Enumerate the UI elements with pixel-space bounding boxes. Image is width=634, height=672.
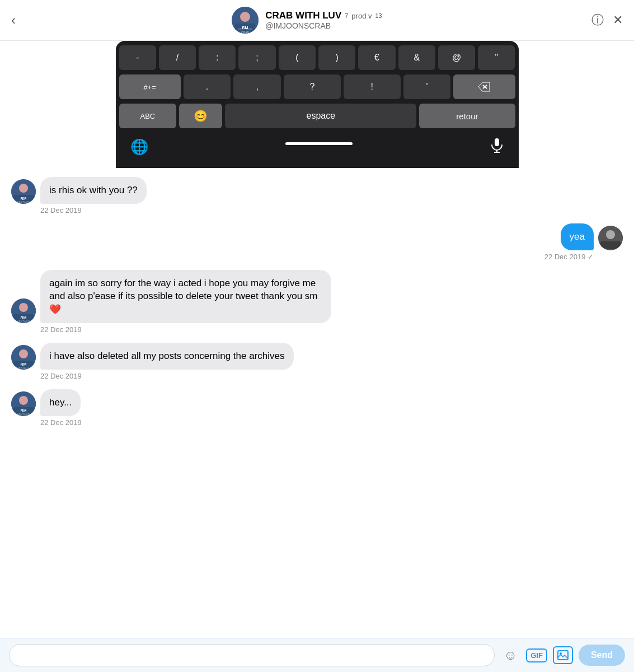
version-num: 13	[375, 12, 382, 19]
svg-rect-18	[600, 241, 621, 249]
keyboard: - / : ; ( ) € & @ " #+= . , ? ! ' ABC 😊 …	[116, 41, 519, 168]
key-exclaim[interactable]: !	[344, 74, 401, 99]
gif-button[interactable]: GIF	[526, 648, 547, 662]
mic-icon[interactable]	[490, 137, 504, 157]
message-input[interactable]	[9, 644, 495, 666]
key-ampersand[interactable]: &	[398, 45, 435, 70]
header-center: MIXTAPE CRAB RM CRAB WITH LUV 7 prod v 1…	[22, 7, 591, 34]
key-hashtag-plus-equals[interactable]: #+=	[119, 74, 181, 99]
keyboard-row-3: ABC 😊 espace retour	[119, 104, 515, 128]
message-block-5: RM MIXTAPE hey... 22 Dec 2019	[11, 389, 623, 427]
message-bubble-2: yea	[561, 223, 594, 250]
chat-name: CRAB WITH LUV	[265, 10, 341, 21]
svg-text:RM: RM	[21, 197, 27, 200]
message-bubble-1: is rhis ok with you ??	[40, 177, 147, 204]
header-avatar-image: MIXTAPE CRAB RM	[232, 7, 259, 34]
space-key[interactable]: espace	[225, 104, 416, 128]
message-row-4: RM MIXTAPE i have also deleted all my po…	[11, 343, 623, 370]
info-button[interactable]: ⓘ	[591, 12, 604, 29]
sender-avatar-1: RM MIXTAPE	[11, 179, 36, 204]
keyboard-bottom-row: 🌐	[119, 133, 515, 168]
key-question[interactable]: ?	[284, 74, 341, 99]
message-row-2: yea	[11, 223, 623, 250]
svg-text:RM: RM	[242, 26, 248, 30]
avatar-inner-5: RM MIXTAPE	[11, 391, 36, 416]
sender-avatar-2	[598, 226, 623, 250]
superscript-label: 7	[345, 12, 348, 19]
svg-point-30	[19, 396, 28, 405]
chat-area: RM MIXTAPE is rhis ok with you ?? 22 Dec…	[0, 168, 634, 504]
key-dash[interactable]: -	[119, 45, 156, 70]
message-time-2: 22 Dec 2019 ✓	[11, 253, 594, 261]
message-time-3: 22 Dec 2019	[40, 325, 623, 334]
keyboard-row-1: - / : ; ( ) € & @ "	[119, 45, 515, 70]
abc-key[interactable]: ABC	[119, 104, 177, 128]
header-info: CRAB WITH LUV 7 prod v 13 @IMJOONSCRAB	[265, 10, 382, 30]
prod-label: prod v	[351, 12, 372, 20]
message-block-4: RM MIXTAPE i have also deleted all my po…	[11, 343, 623, 380]
header-right: ⓘ ✕	[591, 12, 623, 29]
emoji-key[interactable]: 😊	[179, 104, 222, 128]
close-button[interactable]: ✕	[613, 13, 623, 27]
message-bubble-4: i have also deleted all my posts concern…	[40, 343, 294, 370]
avatar-inner-2	[598, 226, 623, 250]
avatar-inner-1: RM MIXTAPE	[11, 179, 36, 204]
svg-text:MIXTAPE: MIXTAPE	[17, 200, 30, 204]
header-left: ‹	[11, 12, 22, 28]
svg-point-17	[606, 230, 615, 239]
key-semicolon[interactable]: ;	[238, 45, 275, 70]
avatar-inner-3: RM MIXTAPE	[11, 298, 36, 323]
input-bar: ☺ GIF Send	[0, 638, 634, 672]
return-key[interactable]: retour	[419, 104, 515, 128]
key-period[interactable]: .	[184, 74, 231, 99]
header-avatar: MIXTAPE CRAB RM	[232, 7, 259, 34]
chat-handle: @IMJOONSCRAB	[265, 21, 382, 30]
message-row-3: RM MIXTAPE again im so sorry for the way…	[11, 270, 623, 323]
svg-rect-34	[558, 651, 568, 660]
svg-point-1	[240, 12, 250, 22]
svg-text:MIXTAPE: MIXTAPE	[17, 413, 30, 416]
message-block-1: RM MIXTAPE is rhis ok with you ?? 22 Dec…	[11, 177, 623, 214]
svg-rect-8	[495, 138, 499, 146]
key-quote[interactable]: "	[478, 45, 515, 70]
sender-avatar-4: RM MIXTAPE	[11, 345, 36, 370]
sender-avatar-3: RM MIXTAPE	[11, 298, 36, 323]
key-open-paren[interactable]: (	[279, 45, 316, 70]
svg-point-25	[19, 349, 28, 358]
svg-text:RM: RM	[21, 409, 27, 413]
svg-text:RM: RM	[21, 362, 27, 366]
emoji-button[interactable]: ☺	[500, 645, 520, 665]
svg-text:MIXTAPE: MIXTAPE	[17, 320, 30, 323]
message-block-3: RM MIXTAPE again im so sorry for the way…	[11, 270, 623, 334]
key-colon[interactable]: :	[199, 45, 236, 70]
message-row-1: RM MIXTAPE is rhis ok with you ??	[11, 177, 623, 204]
header-name-row: CRAB WITH LUV 7 prod v 13	[265, 10, 382, 21]
backspace-key[interactable]	[453, 74, 515, 99]
key-euro[interactable]: €	[358, 45, 395, 70]
key-close-paren[interactable]: )	[318, 45, 355, 70]
sender-avatar-5: RM MIXTAPE	[11, 391, 36, 416]
avatar-inner-4: RM MIXTAPE	[11, 345, 36, 370]
globe-icon[interactable]: 🌐	[130, 138, 148, 156]
svg-point-20	[19, 303, 28, 312]
message-time-5: 22 Dec 2019	[40, 418, 623, 427]
send-button[interactable]: Send	[579, 645, 625, 666]
svg-text:RM: RM	[21, 316, 27, 320]
back-button[interactable]: ‹	[11, 12, 16, 28]
message-bubble-5: hey...	[40, 389, 81, 416]
keyboard-row-2: #+= . , ? ! '	[119, 74, 515, 99]
message-time-4: 22 Dec 2019	[40, 372, 623, 380]
message-row-5: RM MIXTAPE hey...	[11, 389, 623, 416]
chat-header: ‹ MIXTAPE CRAB RM CRAB WITH LUV 7 prod v	[0, 0, 634, 41]
svg-point-12	[19, 184, 28, 193]
message-block-2: yea 22 Dec 2019 ✓	[11, 223, 623, 261]
message-time-1: 22 Dec 2019	[40, 206, 623, 214]
key-comma[interactable]: ,	[233, 74, 281, 99]
svg-text:MIXTAPE: MIXTAPE	[17, 366, 30, 370]
keyboard-home-bar	[285, 142, 353, 145]
image-button[interactable]	[553, 646, 573, 664]
message-bubble-3: again im so sorry for the way i acted i …	[40, 270, 331, 323]
key-slash[interactable]: /	[159, 45, 196, 70]
key-at[interactable]: @	[438, 45, 475, 70]
key-apostrophe[interactable]: '	[403, 74, 451, 99]
